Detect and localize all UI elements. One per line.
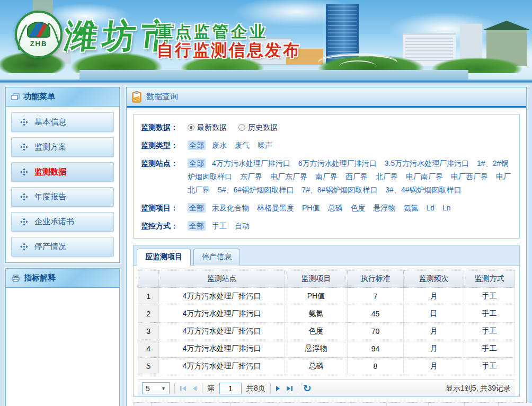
filter-row-data-type: 监测数据： 最新数据 历史数据 [141,121,512,134]
tab-body: 监测站点 监测项目 执行标准 监测频次 监测方式 1 4万方污水处理厂排污口 P… [133,265,520,397]
folder-icon [11,93,20,101]
filter-link[interactable]: 总磷 [326,203,344,213]
monitor-items-table: 监测站点 监测项目 执行标准 监测频次 监测方式 1 4万方污水处理厂排污口 P… [138,270,515,375]
filter-link[interactable]: PH值 [300,203,321,213]
filter-link[interactable]: 电厂南厂界 [404,172,445,181]
filter-link[interactable]: 东厂界 [238,172,264,181]
epa-logo: ZHB [15,11,63,58]
table-row: 3 4万方污水处理厂排污口 色度 70 月 手工 [138,323,515,340]
dropdown-arrow-icon: ▼ [161,386,166,391]
tab-section: 应监测项目 停产信息 监测站点 监测项目 执行标准 监测频次 监测方式 1 [133,245,520,397]
filter-link[interactable]: 废水 [210,140,228,150]
sidebar-item-shutdown-status[interactable]: 停产情况 [11,237,114,257]
compass-icon [20,168,28,176]
page-title-bar: 数据查询 [127,87,526,108]
table-row: 4 4万方污水处理厂排污口 悬浮物 94 月 手工 [138,340,515,358]
radio-on-icon[interactable] [188,124,194,131]
filter-link[interactable]: 南厂界 [314,172,339,181]
table-row: 1 4万方污水处理厂排污口 PH值 7 月 手工 [138,288,515,305]
total-pages: 共8页 [246,384,265,393]
tab-strip: 应监测项目 停产信息 [133,245,520,265]
filter-link[interactable]: 手工 [210,221,228,231]
filter-box: 监测数据： 最新数据 历史数据 监测类型： 全部废水废气噪声 监测站点： 全部4… [133,114,520,239]
filter-link[interactable]: 电厂东厂界 [269,172,309,181]
banner-river [79,70,468,80]
table-header-row: 监测站点 监测项目 监测时间 监测类型 监测频次 监测值 执行标准 超标倍数 [134,403,532,406]
compass-icon [20,193,28,201]
filter-link[interactable]: Ld [424,203,436,213]
page-title: 数据查询 [146,92,178,102]
filter-link[interactable]: 全部 [188,140,206,150]
filter-link[interactable]: 自动 [233,221,251,231]
filter-link[interactable]: 全部 [188,221,206,231]
filter-link[interactable]: 5#、6#锅炉烟囱取样口 [216,185,295,195]
compass-icon [20,243,28,251]
filter-row-method: 监控方式： 全部手工自动 [141,219,512,233]
prev-page-icon[interactable] [192,385,197,392]
logo-text: ZHB [30,40,48,48]
filter-row-station: 监测站点： 全部4万方污水处理厂排污口6万方污水处理厂排污口3.5万方污水处理厂… [141,157,512,197]
function-menu-title: 功能菜单 [23,92,55,102]
sidebar: 功能菜单 基本信息 监测方案 [5,87,120,406]
filter-link[interactable]: 6万方污水处理厂排污口 [297,158,378,168]
clipboard-icon [132,91,141,103]
printer-icon [11,274,20,282]
filter-link[interactable]: 北厂界 [374,172,400,181]
filter-link[interactable]: 全部 [188,203,206,213]
filter-link[interactable]: 3.5万方污水处理厂排污口 [383,158,471,168]
sidebar-item-monitor-data[interactable]: 监测数据 [11,162,114,182]
radio-off-icon[interactable] [238,124,245,131]
filter-link[interactable]: 氨氮 [402,203,420,213]
radio-history-data[interactable]: 历史数据 [238,123,278,131]
page-input[interactable] [219,383,242,394]
site-subtitle-2: 自行监测信息发布 [157,39,301,61]
tab-monitor-items[interactable]: 应监测项目 [137,249,191,266]
indicator-header: 指标解释 [6,269,119,288]
table-row: 2 4万方污水处理厂排污口 氨氮 45 日 手工 [138,305,515,323]
indicator-panel: 指标解释 化学需氧量COD（Chemical [5,268,120,406]
sidebar-item-monitor-plan[interactable]: 监测方案 [11,137,114,157]
indicator-title: 指标解释 [24,273,56,283]
sidebar-item-basic-info[interactable]: 基本信息 [11,112,114,132]
indicator-body: 化学需氧量COD（Chemical [6,288,119,406]
filter-link[interactable]: 汞及化合物 [210,203,251,213]
page-prefix: 第 [207,384,215,393]
function-menu-header: 功能菜单 [6,87,119,107]
table-row: 5 4万方污水处理厂排污口 总磷 8 月 手工 [138,358,515,375]
compass-icon [20,143,28,151]
filter-link[interactable]: 7#、8#锅炉烟囱取样口 [300,185,379,195]
globe-icon [27,22,50,38]
main-panel: 数据查询 监测数据： 最新数据 历史数据 监测类型： 全部废水废气噪声 监测站点… [126,87,527,406]
page-size-select[interactable]: 5 ▼ [142,382,170,394]
banner: ZHB 潍坊市 重点监管企业 自行监测信息发布 [0,0,532,80]
sidebar-item-annual-report[interactable]: 年度报告 [11,187,114,207]
filter-row-monitor-type: 监测类型： 全部废水废气噪声 [141,139,512,152]
filter-link[interactable]: 废气 [233,140,251,150]
radio-latest-data[interactable]: 最新数据 [188,123,227,131]
sidebar-item-commitment[interactable]: 企业承诺书 [11,212,114,232]
pagination-summary: 显示1到5, 共39记录 [446,384,511,393]
filter-link[interactable]: 悬浮物 [371,203,397,213]
filter-link[interactable]: 噪声 [256,140,274,150]
tab-shutdown-info[interactable]: 停产信息 [193,249,240,266]
filter-link[interactable]: Ln [441,203,453,213]
function-menu-panel: 功能菜单 基本信息 监测方案 [5,87,120,263]
filter-link[interactable]: 3#、4#锅炉烟囱取样口 [384,185,463,195]
refresh-icon[interactable]: ↻ [303,383,312,393]
table-header-row: 监测站点 监测项目 执行标准 监测频次 监测方式 [138,270,515,288]
compass-icon [20,118,28,126]
filter-link[interactable]: 4万方污水处理厂排污口 [210,158,292,168]
compass-icon [20,218,28,226]
filter-link[interactable]: 林格曼黑度 [255,203,296,213]
filter-link[interactable]: 电厂西厂界 [449,172,490,181]
filter-link[interactable]: 全部 [188,158,206,168]
page-content: 功能菜单 基本信息 监测方案 [0,83,532,406]
next-page-icon[interactable] [276,385,281,392]
filter-row-item: 监测项目： 全部汞及化合物林格曼黑度PH值总磷色度悬浮物氨氮LdLn [141,201,512,215]
monitor-results-table: 监测站点 监测项目 监测时间 监测类型 监测频次 监测值 执行标准 超标倍数 1… [133,402,532,406]
filter-link[interactable]: 色度 [349,203,367,213]
first-page-icon[interactable] [180,385,187,392]
last-page-icon[interactable] [286,385,293,392]
filter-link[interactable]: 西厂界 [344,172,369,181]
pagination-bar: 5 ▼ 第 共8页 [138,379,515,396]
